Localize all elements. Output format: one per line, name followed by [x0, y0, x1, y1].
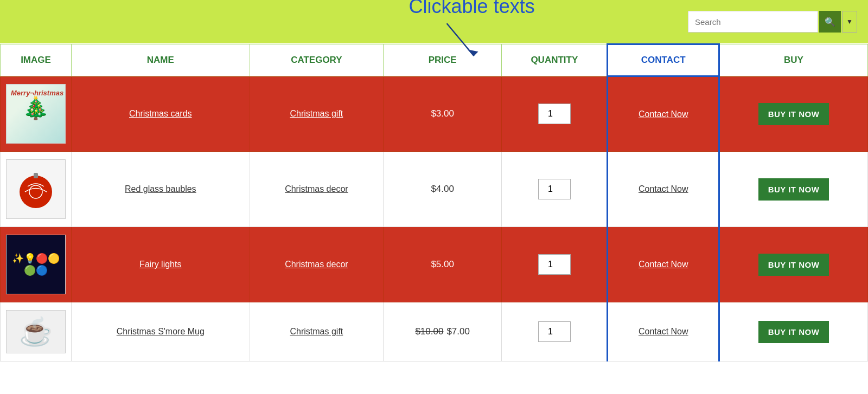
- product-image-cell: [1, 152, 72, 227]
- product-contact-cell: Contact Now: [608, 76, 719, 152]
- svg-point-2: [20, 176, 52, 208]
- table-row: Red glass baubles Christmas decor $4.00 …: [1, 152, 868, 227]
- product-category-cell: Christmas decor: [250, 227, 384, 302]
- buy-now-button[interactable]: BUY IT NOW: [758, 103, 829, 125]
- product-price: $3.00: [431, 108, 454, 119]
- search-container: 🔍 ▼: [688, 11, 857, 33]
- col-header-image: IMAGE: [1, 44, 72, 76]
- table-row: Christmas cards Christmas gift $3.00 Con…: [1, 76, 868, 152]
- product-quantity-cell: [502, 227, 608, 302]
- annotation-group: Clickable texts: [409, 0, 535, 61]
- col-header-contact: CONTACT: [608, 44, 719, 76]
- quantity-input[interactable]: [538, 321, 571, 342]
- product-price-cell: $4.00: [384, 152, 502, 227]
- buy-now-button[interactable]: BUY IT NOW: [758, 178, 829, 201]
- quantity-input[interactable]: [538, 254, 571, 275]
- col-header-category: CATEGORY: [250, 44, 384, 76]
- product-image: [6, 159, 66, 219]
- col-header-buy: BUY: [719, 44, 868, 76]
- search-button[interactable]: 🔍: [819, 11, 841, 33]
- product-image: [6, 84, 66, 144]
- annotation-arrow-icon: [420, 18, 485, 61]
- product-price-cell: $3.00: [384, 76, 502, 152]
- product-name-link[interactable]: Christmas cards: [129, 109, 192, 118]
- buy-now-button[interactable]: BUY IT NOW: [758, 321, 829, 343]
- product-category-link[interactable]: Christmas gift: [290, 109, 343, 118]
- product-contact-cell: Contact Now: [608, 152, 719, 227]
- product-buy-cell: BUY IT NOW: [719, 76, 868, 152]
- product-quantity-cell: [502, 302, 608, 361]
- table-row: Fairy lights Christmas decor $5.00 Conta…: [1, 227, 868, 302]
- col-header-name: NAME: [72, 44, 250, 76]
- product-image-cell: [1, 302, 72, 361]
- product-name-link[interactable]: Red glass baubles: [125, 184, 196, 193]
- product-price: $5.00: [431, 259, 454, 269]
- product-name-cell: Red glass baubles: [72, 152, 250, 227]
- product-category-link[interactable]: Christmas gift: [290, 327, 343, 336]
- product-quantity-cell: [502, 152, 608, 227]
- product-category-cell: Christmas gift: [250, 76, 384, 152]
- quantity-input[interactable]: [538, 104, 571, 124]
- product-category-link[interactable]: Christmas decor: [285, 184, 348, 193]
- buy-now-button[interactable]: BUY IT NOW: [758, 254, 829, 276]
- product-category-cell: Christmas gift: [250, 302, 384, 361]
- product-name-link[interactable]: Christmas S'more Mug: [117, 327, 205, 336]
- product-name-link[interactable]: Fairy lights: [139, 260, 181, 269]
- search-dropdown-button[interactable]: ▼: [842, 11, 857, 33]
- product-quantity-cell: [502, 76, 608, 152]
- product-image-cell: [1, 227, 72, 302]
- product-price-cell: $5.00: [384, 227, 502, 302]
- search-icon: 🔍: [825, 17, 835, 27]
- product-image: [6, 310, 66, 353]
- product-price-cell: $10.00$7.00: [384, 302, 502, 361]
- product-table: IMAGE NAME CATEGORY PRICE QUANTITY CONTA…: [0, 43, 868, 361]
- contact-now-link[interactable]: Contact Now: [639, 184, 688, 193]
- product-name-cell: Fairy lights: [72, 227, 250, 302]
- header: Clickable texts 🔍 ▼: [0, 0, 868, 43]
- product-contact-cell: Contact Now: [608, 227, 719, 302]
- contact-now-link[interactable]: Contact Now: [639, 260, 688, 269]
- product-image-cell: [1, 76, 72, 152]
- product-name-cell: Christmas cards: [72, 76, 250, 152]
- product-category-link[interactable]: Christmas decor: [285, 260, 348, 269]
- product-buy-cell: BUY IT NOW: [719, 302, 868, 361]
- table-row: Christmas S'more Mug Christmas gift $10.…: [1, 302, 868, 361]
- product-price: $4.00: [431, 184, 454, 194]
- bauble-svg: [14, 167, 58, 211]
- product-image: [6, 235, 66, 294]
- chevron-down-icon: ▼: [846, 18, 853, 25]
- product-original-price: $10.00: [415, 326, 443, 337]
- quantity-input[interactable]: [538, 179, 571, 199]
- annotation-text: Clickable texts: [409, 0, 535, 18]
- product-name-cell: Christmas S'more Mug: [72, 302, 250, 361]
- product-buy-cell: BUY IT NOW: [719, 227, 868, 302]
- contact-now-link[interactable]: Contact Now: [639, 109, 688, 119]
- product-price: $10.00$7.00: [415, 326, 470, 337]
- svg-rect-3: [34, 173, 38, 178]
- contact-now-link[interactable]: Contact Now: [639, 327, 688, 336]
- search-input[interactable]: [688, 11, 818, 33]
- product-category-cell: Christmas decor: [250, 152, 384, 227]
- product-contact-cell: Contact Now: [608, 302, 719, 361]
- product-buy-cell: BUY IT NOW: [719, 152, 868, 227]
